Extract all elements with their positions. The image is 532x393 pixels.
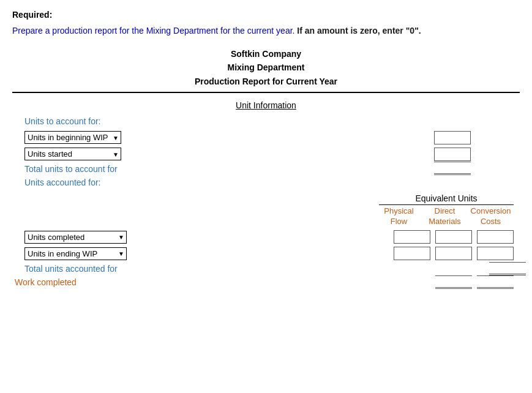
col-physical-flow: PhysicalFlow xyxy=(376,206,422,227)
work-completed-inputs xyxy=(384,275,514,289)
units-ending-conversion[interactable] xyxy=(477,247,514,260)
total-units-label: Total units to account for xyxy=(24,164,118,174)
column-headers: PhysicalFlow DirectMaterials ConversionC… xyxy=(12,206,520,227)
total-units-row: Total units to account for xyxy=(24,164,520,174)
units-completed-conversion[interactable] xyxy=(477,230,514,244)
total-accounted-label: Total units accounted for xyxy=(24,264,118,274)
total-accounted-row: Total units accounted for xyxy=(24,264,520,274)
units-completed-inputs xyxy=(394,230,514,244)
units-ending-wip-dropdown[interactable]: Units in ending WIP Units completed Tota… xyxy=(24,247,127,260)
required-label: Required: xyxy=(12,10,520,20)
company-header: Softkin Company Mixing Department Produc… xyxy=(12,47,520,88)
instruction-main: Prepare a production report for the Mixi… xyxy=(12,26,294,36)
units-ending-physical[interactable] xyxy=(394,247,430,260)
units-started-dropdown[interactable]: Units started Units in beginning WIP Tot… xyxy=(24,148,121,160)
equiv-units-title: Equivalent Units xyxy=(379,193,514,205)
units-completed-physical[interactable] xyxy=(394,230,430,244)
col-direct-materials: DirectMaterials xyxy=(422,206,468,227)
unit-info-section: Unit Information Units to account for: U… xyxy=(12,100,520,287)
units-completed-select-wrapper[interactable]: Units completed Units in ending WIP Tota… xyxy=(24,231,127,244)
work-completed-direct[interactable] xyxy=(435,275,472,289)
units-started-row: Units started Units in beginning WIP Tot… xyxy=(12,148,520,160)
units-accounted-label: Units accounted for: xyxy=(24,178,520,187)
work-completed-row: Work completed xyxy=(12,277,520,287)
instruction-text: Prepare a production report for the Mixi… xyxy=(12,24,520,37)
work-completed-label: Work completed xyxy=(15,277,77,287)
col-conversion-costs: ConversionCosts xyxy=(468,206,514,227)
units-to-account-label: Units to account for: xyxy=(24,116,520,126)
beginning-wip-input[interactable] xyxy=(434,131,471,144)
units-started-select-wrapper[interactable]: Units started Units in beginning WIP Tot… xyxy=(24,148,121,160)
units-started-input[interactable] xyxy=(434,148,471,161)
department-name: Mixing Department xyxy=(12,61,520,74)
report-title: Production Report for Current Year xyxy=(12,75,520,88)
units-completed-direct[interactable] xyxy=(435,230,472,244)
total-units-input-display xyxy=(434,162,471,175)
unit-info-title: Unit Information xyxy=(12,100,520,110)
total-accounted-physical-display xyxy=(489,262,526,275)
beginning-wip-select-wrapper[interactable]: Units in beginning WIP Units started Tot… xyxy=(24,131,121,144)
beginning-wip-dropdown[interactable]: Units in beginning WIP Units started Tot… xyxy=(24,131,121,144)
units-ending-wip-inputs xyxy=(394,247,514,260)
beginning-wip-row: Units in beginning WIP Units started Tot… xyxy=(12,131,520,144)
work-completed-conversion[interactable] xyxy=(477,275,514,289)
instruction-bold: If an amount is zero, enter "0". xyxy=(297,26,421,36)
units-completed-row: Units completed Units in ending WIP Tota… xyxy=(12,231,520,244)
units-completed-dropdown[interactable]: Units completed Units in ending WIP Tota… xyxy=(24,231,127,244)
units-ending-wip-select-wrapper[interactable]: Units in ending WIP Units completed Tota… xyxy=(24,247,127,260)
units-ending-direct[interactable] xyxy=(435,247,472,260)
company-name: Softkin Company xyxy=(12,47,520,61)
equiv-units-header: Equivalent Units xyxy=(12,193,520,205)
units-ending-wip-row: Units in ending WIP Units completed Tota… xyxy=(12,247,520,260)
header-divider xyxy=(12,92,520,93)
